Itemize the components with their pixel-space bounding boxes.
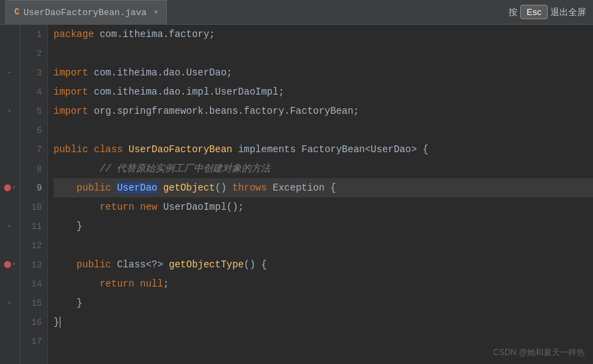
left-gutter: ▸ ▸ ▾ ▸ ▾ ▸ 1 2 3 bbox=[0, 25, 48, 364]
gutter-7 bbox=[0, 140, 20, 159]
fold-9[interactable]: ▾ bbox=[12, 185, 16, 191]
line-num-1: 1 bbox=[21, 25, 47, 44]
exit-fullscreen-button[interactable]: 退出全屏 bbox=[550, 6, 586, 19]
fold-3[interactable]: ▸ bbox=[8, 70, 12, 76]
breakpoint-13[interactable] bbox=[4, 261, 11, 268]
gutter-10 bbox=[0, 197, 20, 217]
kw-public-7: public bbox=[54, 144, 94, 155]
file-tab[interactable]: C UserDaoFactoryBean.java × bbox=[5, 0, 167, 24]
code-line-13: public Class<?> getObjectType() { bbox=[54, 255, 593, 274]
escape-bar: 按 Esc 退出全屏 bbox=[502, 0, 593, 25]
line-numbers: 1 2 3 4 5 6 7 8 9 10 11 12 13 14 15 16 1… bbox=[21, 25, 48, 364]
code-line-1: package com.itheima.factory; bbox=[54, 25, 593, 44]
code-line-11: } bbox=[54, 217, 593, 236]
gutter-16 bbox=[0, 313, 20, 332]
tab-label: UserDaoFactoryBean.java bbox=[23, 8, 146, 18]
semi-14: ; bbox=[163, 278, 169, 289]
import-5: org.springframework.beans.factory.Factor… bbox=[94, 106, 359, 117]
kw-public-9: public bbox=[77, 182, 117, 193]
kw-new-10: new bbox=[140, 202, 163, 213]
code-line-15: } bbox=[54, 293, 593, 313]
implements-7: implements bbox=[238, 144, 301, 155]
fold-11[interactable]: ▸ bbox=[8, 223, 12, 230]
line-num-2: 2 bbox=[21, 44, 47, 63]
code-line-6 bbox=[54, 121, 593, 140]
brace-15: } bbox=[77, 298, 82, 308]
import-4: com.itheima.dao.impl.UserDaoImpl; bbox=[94, 86, 284, 97]
kw-import-3: import bbox=[54, 67, 94, 78]
close-tab-button[interactable]: × bbox=[154, 8, 159, 16]
esc-button[interactable]: Esc bbox=[520, 5, 548, 19]
gutter-9: ▾ bbox=[0, 178, 20, 197]
indent-10 bbox=[54, 202, 100, 213]
kw-throws: throws bbox=[232, 182, 272, 193]
exception-9: Exception { bbox=[272, 182, 336, 193]
gutter-15: ▸ bbox=[0, 293, 20, 313]
paren-9: () bbox=[215, 182, 232, 193]
kw-return-10: return bbox=[100, 202, 140, 213]
code-editor: ▸ ▸ ▾ ▸ ▾ ▸ 1 2 3 bbox=[0, 25, 593, 364]
code-line-2 bbox=[54, 44, 593, 63]
indent-15 bbox=[54, 298, 77, 308]
line-num-16: 16 bbox=[21, 313, 47, 332]
fold-15[interactable]: ▸ bbox=[8, 300, 12, 306]
line-num-9: 9 bbox=[21, 178, 47, 197]
package-name: com.itheima.factory; bbox=[100, 29, 215, 40]
code-line-3: import com.itheima.dao.UserDao; bbox=[54, 63, 593, 82]
gutter-3: ▸ bbox=[0, 63, 20, 82]
classname-7: UserDaoFactoryBean bbox=[128, 144, 238, 155]
line-num-6: 6 bbox=[21, 121, 47, 140]
watermark: CSDN @她和夏天一样热 bbox=[493, 347, 585, 359]
indent-9 bbox=[54, 182, 77, 193]
code-line-10: return new UserDaoImpl(); bbox=[54, 197, 593, 217]
gutter-11: ▸ bbox=[0, 217, 20, 236]
fold-5[interactable]: ▸ bbox=[8, 108, 12, 114]
selected-userdao: UserDao bbox=[117, 182, 157, 193]
line-num-13: 13 bbox=[21, 255, 47, 274]
gutter-4 bbox=[0, 82, 20, 101]
line-num-11: 11 bbox=[21, 217, 47, 236]
line-num-3: 3 bbox=[21, 63, 47, 82]
indent-11 bbox=[54, 221, 77, 232]
code-text[interactable]: package com.itheima.factory; import com.… bbox=[48, 25, 593, 364]
import-3: com.itheima.dao.UserDao; bbox=[94, 67, 233, 78]
line-num-8: 8 bbox=[21, 159, 47, 178]
line-num-5: 5 bbox=[21, 101, 47, 121]
code-line-9: public UserDao getObject() throws Except… bbox=[54, 178, 593, 197]
gutter-5: ▸ bbox=[0, 101, 20, 121]
kw-import-5: import bbox=[54, 106, 94, 117]
brace-11: } bbox=[77, 221, 82, 232]
text-cursor bbox=[60, 317, 60, 328]
comment-8: // 代替原始实例工厂中创建对象的方法 bbox=[100, 162, 270, 175]
gutter-14 bbox=[0, 274, 20, 293]
method-getobject: getObject bbox=[163, 182, 216, 193]
java-icon: C bbox=[14, 8, 19, 17]
gutter-8 bbox=[0, 159, 20, 178]
line-num-10: 10 bbox=[21, 197, 47, 217]
kw-class-7: class bbox=[94, 144, 128, 155]
line-num-17: 17 bbox=[21, 332, 47, 351]
space-9 bbox=[157, 182, 163, 193]
fold-13[interactable]: ▾ bbox=[12, 262, 16, 268]
class-generic-13: Class<?> bbox=[117, 259, 169, 270]
gutter-13: ▾ bbox=[0, 255, 20, 274]
press-label: 按 bbox=[509, 6, 518, 19]
gutter-6 bbox=[0, 121, 20, 140]
line-num-15: 15 bbox=[21, 293, 47, 313]
kw-return-14: return bbox=[100, 278, 140, 289]
kw-package: package bbox=[54, 29, 100, 40]
paren-13: () { bbox=[244, 259, 267, 270]
code-line-4: import com.itheima.dao.impl.UserDaoImpl; bbox=[54, 82, 593, 101]
breakpoint-9[interactable] bbox=[4, 184, 11, 191]
kw-public-13: public bbox=[77, 259, 117, 270]
interface-7: FactoryBean<UserDao> { bbox=[301, 144, 428, 155]
code-line-8: // 代替原始实例工厂中创建对象的方法 bbox=[54, 159, 593, 178]
line-num-12: 12 bbox=[21, 236, 47, 255]
kw-null-14: null bbox=[140, 278, 163, 289]
indent-13 bbox=[54, 259, 77, 270]
method-getobjecttype: getObjectType bbox=[169, 259, 244, 270]
code-line-12 bbox=[54, 236, 593, 255]
line-num-7: 7 bbox=[21, 140, 47, 159]
indent-8 bbox=[54, 163, 100, 174]
gutter-1 bbox=[0, 25, 20, 44]
